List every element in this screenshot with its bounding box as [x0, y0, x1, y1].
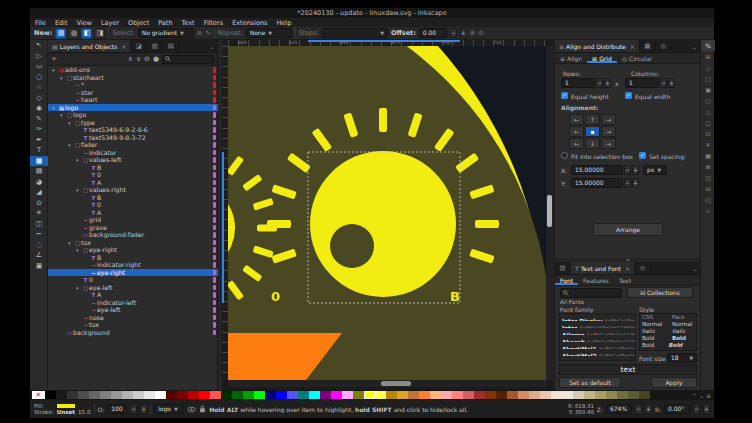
- snap-bbox-corners-icon[interactable]: □: [701, 73, 715, 84]
- menu-layer[interactable]: Layer: [101, 19, 119, 27]
- swatch-a05a2c[interactable]: [507, 391, 518, 399]
- dock-tab-icon-3[interactable]: ▤: [163, 40, 179, 52]
- radial-gradient-button[interactable]: ◍: [68, 28, 79, 39]
- font-row-akrutitml1[interactable]: AkrutiTml1 AaBbCcIiPpQq12369$€: [560, 356, 635, 361]
- swatch-e6e6e6[interactable]: [144, 391, 155, 399]
- tree-item-fader[interactable]: ▾□fader: [48, 141, 218, 149]
- align-cell-5[interactable]: →: [601, 126, 616, 137]
- style-row-bold-italic[interactable]: Bold ItalicBold Italic: [640, 342, 696, 349]
- swatch-803300[interactable]: [485, 391, 496, 399]
- tool-mesh[interactable]: ▤: [30, 166, 48, 177]
- columns-decrement[interactable]: −: [660, 78, 667, 88]
- swatch-0000ff[interactable]: [276, 391, 287, 399]
- style-row-italic[interactable]: ItalicItalic: [640, 328, 696, 335]
- y-increment[interactable]: +: [632, 178, 639, 188]
- align-cell-7[interactable]: ↓: [585, 138, 600, 149]
- opacity-decrement[interactable]: −: [130, 404, 137, 414]
- gradient-on-stroke-button[interactable]: ◨: [94, 28, 105, 39]
- tree-item-eye-left[interactable]: ▾□eye-left: [48, 284, 218, 292]
- drawing-canvas[interactable]: 0B: [228, 46, 546, 380]
- tool-gradient[interactable]: ▦: [30, 156, 48, 167]
- tree-item-eye-left[interactable]: ~eye-left: [48, 306, 218, 314]
- swatch-003000[interactable]: [221, 391, 232, 399]
- swatch-ffff00[interactable]: [364, 391, 375, 399]
- tree-item-b[interactable]: TB: [48, 254, 218, 262]
- swatch-ffaaaa[interactable]: [441, 391, 452, 399]
- tool-pages[interactable]: ▣: [30, 261, 48, 272]
- tool-calligraphy[interactable]: ✒: [30, 135, 48, 146]
- tree-item-values-right[interactable]: ▾□values-right: [48, 186, 218, 194]
- tool-dropper[interactable]: ◕: [30, 177, 48, 188]
- tree-item-indicator[interactable]: ~indicator: [48, 149, 218, 157]
- swatch-none[interactable]: ✕: [32, 391, 45, 399]
- set-spacing-checkbox[interactable]: ✓: [639, 152, 646, 159]
- swatch-ffff55[interactable]: [375, 391, 386, 399]
- menu-text[interactable]: Text: [182, 19, 195, 27]
- swatch-800000[interactable]: [177, 391, 188, 399]
- tree-item-grave[interactable]: ~grave: [48, 224, 218, 232]
- swatch-00ffff[interactable]: [309, 391, 320, 399]
- align-cell-3[interactable]: ←: [569, 126, 584, 137]
- palette-scroll-down-icon[interactable]: ⌄: [699, 392, 704, 399]
- tree-item-nose[interactable]: ~nose: [48, 314, 218, 322]
- snap-object-centers-icon[interactable]: ⊡: [701, 128, 715, 139]
- offset-increment-button[interactable]: +: [460, 28, 467, 38]
- align-cell-1[interactable]: ↑: [585, 114, 600, 125]
- layer-lock-icon[interactable]: [199, 405, 206, 413]
- tree-item--[interactable]: ~*: [48, 81, 218, 89]
- dock-tab-icon-1[interactable]: ◪: [131, 40, 147, 52]
- tool-spray[interactable]: ✳: [30, 208, 48, 219]
- tree-item-0[interactable]: T0: [48, 171, 218, 179]
- set-as-default-button[interactable]: Set as default: [559, 377, 621, 388]
- edit-gradient-icon[interactable]: ✎: [205, 29, 210, 37]
- menu-help[interactable]: Help: [276, 19, 291, 27]
- x-decrement[interactable]: −: [624, 165, 631, 175]
- swatch-c87137[interactable]: [408, 391, 419, 399]
- menu-filters[interactable]: Filters: [204, 19, 223, 27]
- font-row-aileron[interactable]: Aileron AaBbCcIiPpQq12369$€: [560, 328, 635, 335]
- swatch-ff8080[interactable]: [452, 391, 463, 399]
- dock-tab-icon[interactable]: ▦: [640, 40, 656, 52]
- tool-selector[interactable]: ↖: [30, 40, 48, 51]
- tree-item-indicator-right[interactable]: ~indicator-right: [48, 261, 218, 269]
- snap-guides-icon[interactable]: ⊟: [701, 183, 715, 194]
- swatch-ff00ff[interactable]: [331, 391, 342, 399]
- font-row-akrutimal1[interactable]: AkrutiMal1 AaBbCcIiPpQq12369$€: [560, 342, 635, 349]
- align-cell-4[interactable]: ▪: [585, 126, 600, 137]
- snap-alignment-icon[interactable]: ◰: [701, 194, 715, 205]
- tool-zoom[interactable]: ◌: [30, 240, 48, 251]
- zoom-decrement[interactable]: −: [635, 404, 642, 414]
- tree-item-star-heart[interactable]: ▾□star/heart: [48, 74, 218, 82]
- close-icon[interactable]: ×: [625, 265, 630, 272]
- arrange-button[interactable]: Arrange: [593, 223, 663, 236]
- swatch-a02c2c[interactable]: [474, 391, 485, 399]
- swatch-008080[interactable]: [298, 391, 309, 399]
- palette-menu-icon[interactable]: ≡: [706, 392, 711, 399]
- swatch-999999[interactable]: [111, 391, 122, 399]
- vertical-scrollbar[interactable]: [546, 46, 553, 380]
- menu-view[interactable]: View: [76, 19, 91, 27]
- tree-item-0[interactable]: T0: [48, 276, 218, 284]
- rotation-decrement[interactable]: −: [693, 404, 700, 414]
- tool-rectangle[interactable]: ▭: [30, 61, 48, 72]
- swatch-5a0000[interactable]: [166, 391, 177, 399]
- horizontal-scrollbar[interactable]: [228, 380, 546, 387]
- tree-item-text5349-6-9-2-8-6[interactable]: Ttext5349-6-9-2-8-6: [48, 126, 218, 134]
- swatch-deaa87[interactable]: [529, 391, 540, 399]
- rows-decrement[interactable]: −: [596, 78, 603, 88]
- tree-item-heart[interactable]: ~heart: [48, 96, 218, 104]
- swatch-006400[interactable]: [232, 391, 243, 399]
- tree-item-tux[interactable]: ▾□tux: [48, 239, 218, 247]
- tree-item-tux[interactable]: ~tux: [48, 321, 218, 329]
- columns-increment[interactable]: +: [668, 78, 675, 88]
- swatch-8f8a4f[interactable]: [606, 391, 617, 399]
- tree-item-add-ons[interactable]: ▾▤add-ons: [48, 66, 218, 74]
- menu-object[interactable]: Object: [128, 19, 149, 27]
- close-icon[interactable]: ×: [121, 43, 126, 50]
- swatch-00ff00[interactable]: [254, 391, 265, 399]
- offset-input[interactable]: 0.00: [419, 28, 447, 38]
- swatch-d35f5f[interactable]: [463, 391, 474, 399]
- tree-item-a[interactable]: TA: [48, 209, 218, 217]
- tree-item-a[interactable]: TA: [48, 179, 218, 187]
- snap-bbox-icon[interactable]: ⊞: [701, 51, 715, 62]
